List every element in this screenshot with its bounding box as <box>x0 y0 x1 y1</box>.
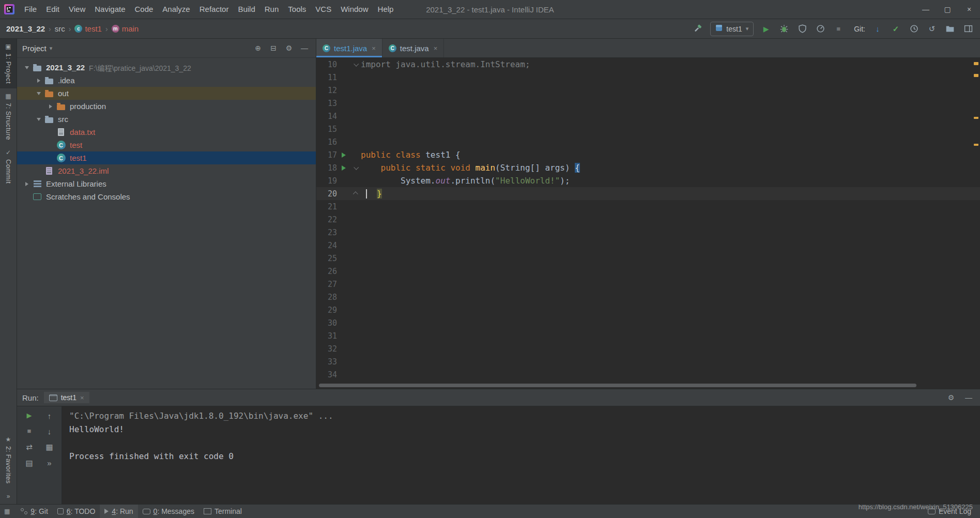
tree-item-out[interactable]: out <box>17 87 316 100</box>
tree-item-2021-3-22[interactable]: 2021_3_22F:\编程\pratice_java\2021_3_22 <box>17 61 316 74</box>
tool-button-item-commit[interactable]: ✓Commit <box>0 145 17 188</box>
fold-gutter[interactable] <box>350 166 361 170</box>
gear-icon[interactable]: ⚙ <box>283 44 295 52</box>
toolwindow-switcher-icon[interactable]: ▦ <box>4 508 10 515</box>
code-line-10[interactable]: 10import java.util.stream.IntStream; <box>316 58 980 71</box>
window-layout-icon[interactable] <box>962 23 974 35</box>
play-icon[interactable]: ▶ <box>19 412 39 420</box>
code-line-19[interactable]: 19 System.out.println("HelloWorld!"); <box>316 174 980 187</box>
menu-refactor[interactable]: Refactor <box>195 0 234 19</box>
tree-item-src[interactable]: src <box>17 113 316 126</box>
code-line-32[interactable]: 32 <box>316 342 980 355</box>
menu-run[interactable]: Run <box>260 0 284 19</box>
code-line-24[interactable]: 24 <box>316 239 980 252</box>
tree-item-test1[interactable]: Ctest1 <box>17 151 316 164</box>
breadcrumb-item-main[interactable]: mmain <box>112 24 139 33</box>
menu-file[interactable]: File <box>20 0 41 19</box>
tool-button-item-2-favorites[interactable]: ★2: Favorites <box>0 432 17 489</box>
run-console[interactable]: "C:\Program Files\Java\jdk1.8.0_192\bin\… <box>62 406 980 504</box>
code-line-12[interactable]: 12 <box>316 84 980 97</box>
code-line-26[interactable]: 26 <box>316 265 980 278</box>
warning-stripe-mark[interactable] <box>974 62 978 65</box>
tab-item-test1-java[interactable]: Ctest1.java× <box>316 39 382 57</box>
tree-item-test[interactable]: Ctest <box>17 139 316 151</box>
menu-tools[interactable]: Tools <box>283 0 311 19</box>
lists-icon[interactable]: ▤ <box>19 459 39 468</box>
down-icon[interactable]: ↓ <box>39 427 59 436</box>
statusbar-item-6-todo[interactable]: 6: TODO <box>53 505 100 518</box>
menu-view[interactable]: View <box>64 0 90 19</box>
breadcrumb-item-src[interactable]: src <box>55 24 65 33</box>
breadcrumb-item-2021-3-22[interactable]: 2021_3_22 <box>6 24 45 33</box>
collapse-all-icon[interactable]: ⊟ <box>267 44 280 52</box>
stop-button[interactable]: ■ <box>833 23 844 35</box>
tool-button-item-1-project[interactable]: ▣1: Project <box>0 39 17 88</box>
fold-gutter[interactable] <box>350 192 361 195</box>
run-settings-gear-icon[interactable]: ⚙ <box>945 393 957 402</box>
code-line-15[interactable]: 15 <box>316 123 980 135</box>
tree-item-2021-3-22-iml[interactable]: 2021_3_22.iml <box>17 164 316 177</box>
editor-body[interactable]: 10import java.util.stream.IntStream;1112… <box>316 58 980 382</box>
code-line-23[interactable]: 23 <box>316 226 980 239</box>
tree-item-idea[interactable]: .idea <box>17 74 316 87</box>
tree-toggle-icon[interactable] <box>34 115 43 124</box>
tree-toggle-icon[interactable] <box>34 89 43 98</box>
coverage-button[interactable] <box>797 23 808 35</box>
close-icon[interactable]: × <box>80 394 84 402</box>
breadcrumb-item-test1[interactable]: ctest1 <box>74 24 102 33</box>
code-line-30[interactable]: 30 <box>316 316 980 329</box>
hide-run-panel-icon[interactable]: — <box>962 393 975 402</box>
project-panel-title[interactable]: Project <box>22 44 47 53</box>
warning-stripe-mark[interactable] <box>974 74 978 77</box>
rollback-button[interactable]: ↺ <box>926 23 938 35</box>
run-config-selector[interactable]: test1 ▾ <box>710 22 754 36</box>
grid-icon[interactable]: ▦ <box>39 443 59 452</box>
tree-toggle-icon[interactable] <box>46 102 55 111</box>
tree-item-production[interactable]: production <box>17 100 316 113</box>
code-line-31[interactable]: 31 <box>316 329 980 342</box>
menu-analyze[interactable]: Analyze <box>158 0 194 19</box>
tree-toggle-icon[interactable] <box>22 63 32 72</box>
menu-edit[interactable]: Edit <box>41 0 64 19</box>
code-line-11[interactable]: 11 <box>316 71 980 84</box>
code-line-21[interactable]: 21 <box>316 200 980 213</box>
fold-icon[interactable] <box>353 191 358 196</box>
run-gutter[interactable] <box>337 165 350 171</box>
statusbar-item-0-messages[interactable]: 0: Messages <box>138 505 199 518</box>
stop-icon[interactable]: ■ <box>19 427 39 436</box>
code-line-34[interactable]: 34 <box>316 368 980 381</box>
menu-code[interactable]: Code <box>130 0 158 19</box>
tab-item-test-java[interactable]: Ctest.java× <box>382 39 444 57</box>
code-line-25[interactable]: 25 <box>316 252 980 265</box>
remote-host-icon[interactable] <box>944 23 956 35</box>
horizontal-scrollbar-thumb[interactable] <box>319 384 916 387</box>
code-line-29[interactable]: 29 <box>316 303 980 316</box>
close-button[interactable]: × <box>958 0 980 19</box>
debug-button[interactable] <box>778 23 790 35</box>
run-button[interactable]: ▶ <box>760 23 772 35</box>
code-line-13[interactable]: 13 <box>316 97 980 110</box>
tree-item-external-libraries[interactable]: External Libraries <box>17 177 316 190</box>
code-line-20[interactable]: 20 } <box>316 187 980 200</box>
tree-toggle-icon[interactable] <box>22 179 32 189</box>
commit-button[interactable]: ✓ <box>890 23 901 35</box>
menu-window[interactable]: Window <box>336 0 373 19</box>
locate-file-icon[interactable]: ⊕ <box>252 44 264 52</box>
code-line-22[interactable]: 22 <box>316 213 980 226</box>
swap-icon[interactable]: ⇄ <box>19 443 39 452</box>
code-line-14[interactable]: 14 <box>316 110 980 123</box>
close-icon[interactable]: × <box>372 44 376 52</box>
fold-icon[interactable] <box>354 165 359 170</box>
hide-panel-icon[interactable]: — <box>298 44 311 52</box>
code-line-17[interactable]: 17public class test1 { <box>316 148 980 161</box>
code-line-18[interactable]: 18 public static void main(String[] args… <box>316 161 980 174</box>
code-line-33[interactable]: 33 <box>316 355 980 368</box>
warning-stripe-mark[interactable] <box>974 117 978 119</box>
maximize-button[interactable]: ▢ <box>937 0 958 19</box>
more-icon[interactable]: » <box>39 459 59 468</box>
history-button[interactable] <box>908 23 920 35</box>
tool-button-item-7-structure[interactable]: ▦7: Structure <box>0 88 17 145</box>
tree-item-scratches-and-consoles[interactable]: Scratches and Consoles <box>17 190 316 203</box>
statusbar-item-terminal[interactable]: Terminal <box>199 505 247 518</box>
profiler-button[interactable] <box>815 23 826 35</box>
